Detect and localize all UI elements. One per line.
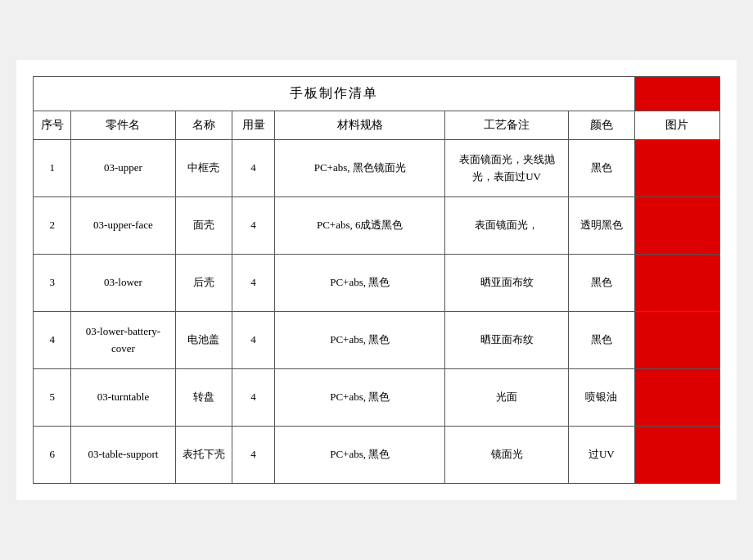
- table-row: 2 03-upper-face 面壳 4 PC+abs, 6成透黑色 表面镜面光…: [34, 197, 720, 255]
- cell-image-1: [634, 140, 719, 197]
- cell-material-4: PC+abs, 黑色: [275, 312, 445, 369]
- cell-material-2: PC+abs, 6成透黑色: [275, 197, 445, 255]
- cell-color-6: 过UV: [568, 427, 634, 484]
- cell-seq-2: 2: [34, 197, 71, 255]
- cell-image-3: [634, 255, 719, 312]
- cell-qty-5: 4: [232, 369, 274, 427]
- cell-name-1: 中框壳: [175, 140, 232, 197]
- cell-qty-1: 4: [232, 140, 274, 197]
- page-wrapper: 手板制作清单 序号 零件名 名称 用量 材料规格 工艺备注 颜色 图片 1 03…: [16, 60, 737, 500]
- header-seq: 序号: [34, 111, 71, 140]
- header-image: 图片: [634, 111, 719, 140]
- cell-partname-1: 03-upper: [71, 140, 175, 197]
- cell-image-5: [634, 369, 719, 427]
- table-row: 4 03-lower-battery-cover 电池盖 4 PC+abs, 黑…: [34, 312, 720, 369]
- cell-qty-2: 4: [232, 197, 274, 255]
- header-color: 颜色: [568, 111, 634, 140]
- cell-material-6: PC+abs, 黑色: [275, 427, 445, 484]
- cell-partname-2: 03-upper-face: [71, 197, 175, 255]
- cell-color-4: 黑色: [568, 312, 634, 369]
- cell-partname-4: 03-lower-battery-cover: [71, 312, 175, 369]
- header-name: 名称: [175, 111, 232, 140]
- cell-seq-1: 1: [34, 140, 71, 197]
- cell-name-6: 表托下壳: [175, 427, 232, 484]
- cell-qty-4: 4: [232, 312, 274, 369]
- cell-process-5: 光面: [445, 369, 568, 427]
- table-row: 6 03-table-support 表托下壳 4 PC+abs, 黑色 镜面光…: [34, 427, 720, 484]
- table-row: 3 03-lower 后壳 4 PC+abs, 黑色 晒亚面布纹 黑色: [34, 255, 720, 312]
- header-process: 工艺备注: [445, 111, 568, 140]
- header-partname: 零件名: [71, 111, 175, 140]
- table-title: 手板制作清单: [34, 77, 635, 111]
- cell-image-2: [634, 197, 719, 255]
- cell-name-5: 转盘: [175, 369, 232, 427]
- cell-partname-3: 03-lower: [71, 255, 175, 312]
- cell-color-5: 喷银油: [568, 369, 634, 427]
- cell-seq-6: 6: [34, 427, 71, 484]
- header-row: 序号 零件名 名称 用量 材料规格 工艺备注 颜色 图片: [34, 111, 720, 140]
- cell-material-3: PC+abs, 黑色: [275, 255, 445, 312]
- cell-process-4: 晒亚面布纹: [445, 312, 568, 369]
- cell-name-3: 后壳: [175, 255, 232, 312]
- cell-seq-5: 5: [34, 369, 71, 427]
- cell-partname-5: 03-turntable: [71, 369, 175, 427]
- header-qty: 用量: [232, 111, 274, 140]
- table-row: 1 03-upper 中框壳 4 PC+abs, 黑色镜面光 表面镜面光，夹线抛…: [34, 140, 720, 197]
- cell-seq-3: 3: [34, 255, 71, 312]
- title-row: 手板制作清单: [34, 77, 720, 111]
- cell-material-5: PC+abs, 黑色: [275, 369, 445, 427]
- cell-seq-4: 4: [34, 312, 71, 369]
- cell-name-4: 电池盖: [175, 312, 232, 369]
- title-image-cell: [634, 77, 719, 111]
- table-row: 5 03-turntable 转盘 4 PC+abs, 黑色 光面 喷银油: [34, 369, 720, 427]
- cell-color-1: 黑色: [568, 140, 634, 197]
- cell-qty-3: 4: [232, 255, 274, 312]
- cell-image-6: [634, 427, 719, 484]
- cell-partname-6: 03-table-support: [71, 427, 175, 484]
- cell-color-2: 透明黑色: [568, 197, 634, 255]
- cell-material-1: PC+abs, 黑色镜面光: [275, 140, 445, 197]
- cell-process-1: 表面镜面光，夹线抛光，表面过UV: [445, 140, 568, 197]
- cell-color-3: 黑色: [568, 255, 634, 312]
- cell-name-2: 面壳: [175, 197, 232, 255]
- cell-qty-6: 4: [232, 427, 274, 484]
- cell-process-6: 镜面光: [445, 427, 568, 484]
- header-material: 材料规格: [275, 111, 445, 140]
- cell-process-2: 表面镜面光，: [445, 197, 568, 255]
- cell-process-3: 晒亚面布纹: [445, 255, 568, 312]
- main-table: 手板制作清单 序号 零件名 名称 用量 材料规格 工艺备注 颜色 图片 1 03…: [33, 76, 720, 484]
- cell-image-4: [634, 312, 719, 369]
